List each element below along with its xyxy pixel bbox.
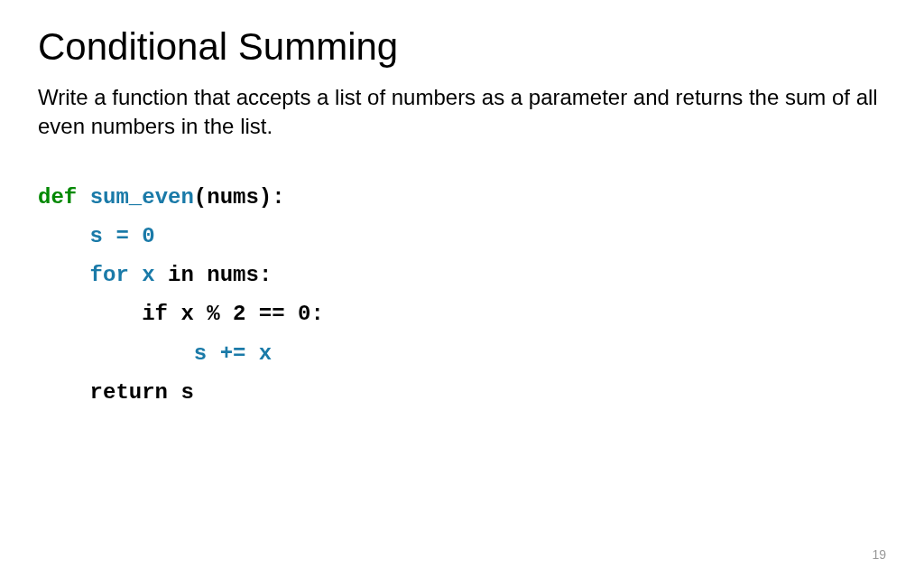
page-number: 19 xyxy=(872,547,886,562)
slide-title: Conditional Summing xyxy=(38,25,886,69)
keyword-if: if xyxy=(142,302,168,326)
assignment: s = 0 xyxy=(90,224,155,248)
code-line-1: def sum_even(nums): xyxy=(38,178,886,217)
loop-var: x xyxy=(142,263,154,287)
keyword-for: for xyxy=(90,263,129,287)
code-line-3: for x in nums: xyxy=(38,256,886,294)
keyword-in: in xyxy=(168,263,194,287)
code-line-4: if x % 2 == 0: xyxy=(38,294,886,333)
code-block: def sum_even(nums): s = 0 for x in nums:… xyxy=(38,178,886,412)
space xyxy=(155,263,168,287)
iterable: nums xyxy=(207,263,259,287)
space xyxy=(129,263,142,287)
paren-open: ( xyxy=(194,185,207,210)
code-line-2: s = 0 xyxy=(38,217,886,256)
function-name: sum_even xyxy=(90,185,194,210)
colon: : xyxy=(272,185,284,210)
return-value: s xyxy=(180,380,193,405)
indent xyxy=(38,302,142,326)
indent xyxy=(38,341,194,366)
condition: x % 2 == 0 xyxy=(180,302,310,326)
keyword-def: def xyxy=(38,185,77,210)
code-line-5: s += x xyxy=(38,334,886,373)
space xyxy=(168,302,180,326)
space xyxy=(77,185,89,210)
colon: : xyxy=(259,263,272,287)
param-name: nums xyxy=(207,185,259,210)
increment: s += x xyxy=(194,341,272,366)
colon: : xyxy=(310,302,323,326)
indent xyxy=(38,224,90,248)
indent xyxy=(38,380,90,405)
paren-close: ) xyxy=(259,185,272,210)
keyword-return: return xyxy=(90,380,168,405)
indent xyxy=(38,263,90,287)
slide-description: Write a function that accepts a list of … xyxy=(38,83,886,142)
code-line-6: return s xyxy=(38,373,886,412)
space xyxy=(194,263,207,287)
space xyxy=(168,380,180,405)
